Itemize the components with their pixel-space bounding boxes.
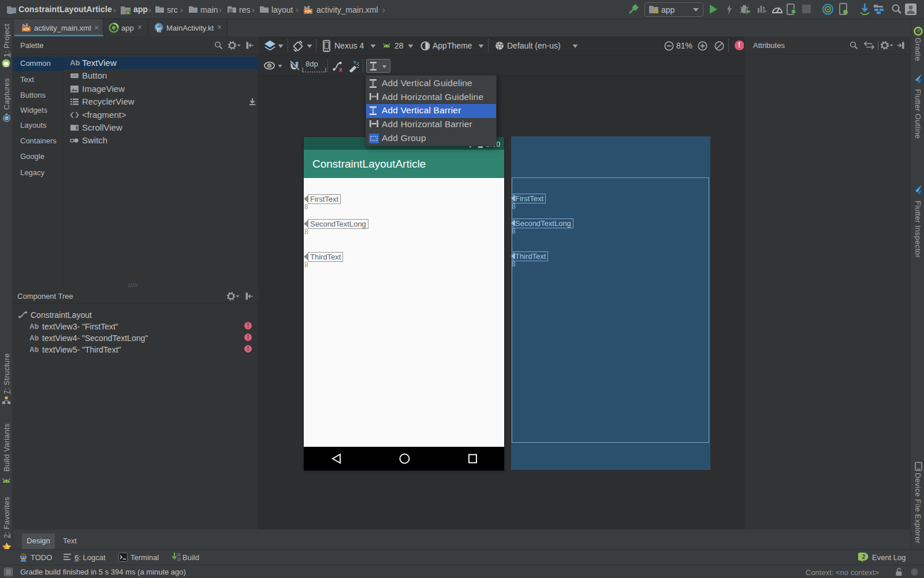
svg-text:</>: </> (305, 9, 312, 14)
svg-text:2: 2 (862, 554, 866, 560)
svg-text:01: 01 (177, 553, 181, 557)
svg-text:</>: </> (23, 27, 30, 32)
svg-text:x: x (339, 66, 342, 72)
svg-text:10: 10 (177, 557, 181, 561)
